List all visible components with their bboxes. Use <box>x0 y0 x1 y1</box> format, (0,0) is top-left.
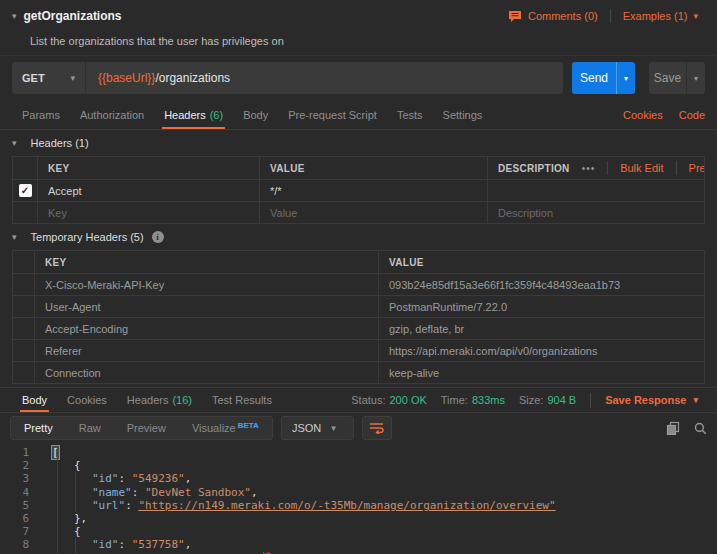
tab-response-body[interactable]: Body <box>12 388 57 412</box>
section-label: Headers (1) <box>31 137 89 149</box>
size-label: Size: <box>519 394 543 406</box>
table-row: Connection keep-alive <box>13 361 704 383</box>
postman-request-view: ▾ getOrganizations Comments (0) Examples… <box>0 0 717 554</box>
method-select[interactable]: GET ▾ <box>12 62 86 94</box>
search-button[interactable] <box>694 422 707 435</box>
cookies-link[interactable]: Cookies <box>623 109 663 121</box>
format-select[interactable]: JSON ▾ <box>281 416 354 440</box>
temp-header-value: PostmanRuntime/7.22.0 <box>378 296 704 317</box>
indent-guide <box>75 499 76 512</box>
wrap-text-button[interactable] <box>362 416 392 440</box>
tab-count: (16) <box>172 394 192 406</box>
value-input[interactable]: Value <box>259 202 487 223</box>
key-input[interactable]: Key <box>37 202 259 223</box>
size-value: 904 B <box>547 394 576 406</box>
temp-header-value: keep-alive <box>378 362 704 383</box>
search-icon <box>694 422 707 435</box>
line-number: 1 <box>0 446 40 459</box>
chevron-down-icon: ▾ <box>693 395 698 405</box>
status-badge: Status: 200 OK <box>351 394 427 406</box>
request-description: List the organizations that the user has… <box>30 35 705 47</box>
tab-headers[interactable]: Headers (6) <box>154 100 233 129</box>
tab-authorization[interactable]: Authorization <box>70 100 154 129</box>
bulk-edit-button[interactable]: Bulk Edit <box>607 161 675 175</box>
code-text: { <box>40 459 717 472</box>
table-row: User-Agent PostmanRuntime/7.22.0 <box>13 295 704 317</box>
comments-button[interactable]: Comments (0) <box>508 10 598 23</box>
code-text: "name": "DevNet Sandbox", <box>40 486 717 499</box>
indent-guide <box>57 525 58 538</box>
indent-guide <box>75 472 76 485</box>
view-label: Pretty <box>24 422 53 434</box>
tab-response-cookies[interactable]: Cookies <box>57 388 117 412</box>
response-body-code[interactable]: 1[2{3"id": "549236",4"name": "DevNet San… <box>0 443 717 554</box>
response-view-toolbar: Pretty Raw Preview Visualize BETA JSON ▾ <box>0 413 717 443</box>
indent-guide <box>57 499 58 512</box>
col-key: KEY <box>34 251 378 273</box>
info-icon[interactable]: i <box>152 231 164 243</box>
row-checkbox[interactable]: ✓ <box>19 184 32 197</box>
more-options-icon[interactable]: ••• <box>570 163 608 174</box>
url-input[interactable]: {{baseUrl}}/organizations <box>86 62 563 94</box>
view-pretty[interactable]: Pretty <box>11 422 66 434</box>
chevron-down-icon: ▾ <box>331 423 336 433</box>
comment-bubble-icon <box>508 10 522 23</box>
comments-label: Comments (0) <box>528 10 598 22</box>
save-options-caret[interactable]: ▾ <box>686 62 705 94</box>
tab-settings[interactable]: Settings <box>433 100 493 129</box>
view-raw[interactable]: Raw <box>66 422 114 434</box>
send-options-caret[interactable]: ▾ <box>616 62 635 94</box>
presets-dropdown[interactable]: Presets ▾ <box>676 161 704 175</box>
tab-response-headers[interactable]: Headers (16) <box>117 388 202 412</box>
view-preview[interactable]: Preview <box>114 422 179 434</box>
view-label: Raw <box>79 422 101 434</box>
send-button[interactable]: Send ▾ <box>572 62 635 94</box>
code-text: [ <box>40 446 717 459</box>
chevron-down-icon: ▾ <box>70 73 75 83</box>
divider <box>610 9 611 23</box>
indent-guide <box>57 538 58 551</box>
indent-guide <box>57 486 58 499</box>
description-input[interactable]: Description <box>487 202 704 223</box>
code-line: 6}, <box>0 512 717 525</box>
code-link[interactable]: Code <box>679 109 705 121</box>
header-description-cell[interactable] <box>487 180 704 201</box>
code-line: 1[ <box>0 446 717 459</box>
tab-tests[interactable]: Tests <box>387 100 433 129</box>
tab-label: Headers <box>164 109 206 121</box>
tab-body[interactable]: Body <box>233 100 278 129</box>
presets-label: Presets <box>689 162 704 174</box>
tab-label: Params <box>22 109 60 121</box>
time-value: 833ms <box>472 394 505 406</box>
tab-label: Body <box>22 394 47 406</box>
code-text: }, <box>40 512 717 525</box>
save-button[interactable]: Save ▾ <box>649 62 705 94</box>
header-key-cell[interactable]: Accept <box>37 180 259 201</box>
save-response-dropdown[interactable]: Save Response ▾ <box>590 393 705 408</box>
collapse-caret-icon[interactable]: ▾ <box>12 11 17 21</box>
temp-header-value: 093b24e85df15a3e66f1fc359f4c48493eaa1b73 <box>378 274 704 295</box>
col-value: VALUE <box>259 157 487 179</box>
tab-pre-request-script[interactable]: Pre-request Script <box>278 100 387 129</box>
time-label: Time: <box>441 394 468 406</box>
section-caret-icon[interactable]: ▾ <box>12 232 17 242</box>
view-visualize[interactable]: Visualize BETA <box>179 422 272 434</box>
table-header-row: KEY VALUE <box>13 251 704 273</box>
table-row: Accept-Encoding gzip, deflate, br <box>13 317 704 339</box>
headers-section-title: ▾ Headers (1) <box>0 130 717 156</box>
tab-params[interactable]: Params <box>12 100 70 129</box>
headers-table: KEY VALUE DESCRIPTION ••• Bulk Edit Pres… <box>12 156 705 224</box>
tab-test-results[interactable]: Test Results <box>202 388 282 412</box>
indent-guide <box>57 459 58 472</box>
url-path: /organizations <box>155 71 230 85</box>
header-value-cell[interactable]: */* <box>259 180 487 201</box>
url-variable: {{baseUrl}} <box>98 71 155 85</box>
section-caret-icon[interactable]: ▾ <box>12 138 17 148</box>
col-value: VALUE <box>378 251 704 273</box>
line-number: 3 <box>0 472 40 485</box>
copy-button[interactable] <box>666 421 680 435</box>
time-badge: Time: 833ms <box>441 394 505 406</box>
examples-dropdown[interactable]: Examples (1) ▾ <box>623 10 705 22</box>
temp-header-key: User-Agent <box>34 296 378 317</box>
temp-header-key: Referer <box>34 340 378 361</box>
